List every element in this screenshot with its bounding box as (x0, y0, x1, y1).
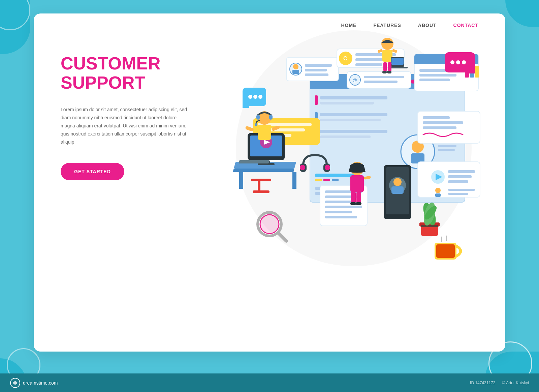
svg-rect-3 (320, 96, 387, 99)
svg-rect-23 (323, 179, 330, 181)
svg-rect-6 (320, 119, 381, 121)
svg-rect-35 (475, 66, 479, 78)
svg-point-52 (293, 64, 298, 69)
svg-rect-4 (320, 102, 374, 104)
svg-rect-40 (418, 162, 480, 197)
svg-point-87 (450, 60, 454, 64)
svg-line-128 (279, 233, 286, 241)
svg-rect-7 (320, 130, 387, 133)
svg-rect-120 (258, 181, 260, 191)
svg-point-46 (435, 188, 441, 193)
svg-rect-121 (253, 190, 270, 193)
svg-point-79 (258, 95, 262, 99)
svg-rect-55 (305, 69, 327, 71)
svg-rect-86 (468, 68, 475, 73)
svg-point-78 (253, 95, 257, 99)
svg-rect-113 (256, 115, 260, 120)
svg-text:C: C (343, 56, 347, 61)
svg-rect-138 (356, 191, 361, 203)
svg-rect-99 (382, 71, 387, 73)
deco-top-right (505, 0, 539, 27)
svg-rect-148 (436, 244, 455, 258)
nav-about[interactable]: ABOUT (418, 23, 437, 28)
svg-point-77 (248, 95, 252, 99)
svg-rect-104 (292, 172, 296, 189)
get-started-button[interactable]: GET STARTED (61, 163, 124, 180)
svg-point-88 (456, 60, 460, 64)
svg-rect-133 (391, 186, 404, 194)
svg-rect-47 (435, 193, 441, 197)
svg-rect-54 (305, 64, 332, 67)
svg-point-90 (381, 38, 393, 50)
svg-rect-49 (448, 193, 468, 195)
svg-rect-67 (364, 81, 398, 83)
svg-rect-8 (320, 135, 371, 138)
svg-rect-100 (387, 71, 391, 73)
svg-rect-98 (388, 62, 391, 72)
svg-rect-53 (292, 70, 299, 74)
hero-description: Lorem ipsum dolor sit amet, consectetuer… (61, 106, 189, 146)
svg-rect-19 (438, 145, 456, 147)
nav-home[interactable]: HOME (341, 23, 356, 28)
svg-point-132 (393, 178, 402, 186)
svg-rect-56 (305, 73, 328, 76)
nav-features[interactable]: FEATURES (373, 23, 401, 28)
svg-rect-119 (251, 179, 271, 181)
svg-rect-116 (258, 125, 271, 140)
illustration: C @ (216, 30, 499, 300)
svg-rect-44 (448, 175, 472, 178)
svg-rect-114 (269, 115, 273, 120)
svg-rect-5 (320, 113, 387, 116)
svg-point-124 (300, 165, 305, 170)
svg-rect-39 (423, 126, 456, 129)
svg-rect-43 (448, 170, 475, 173)
svg-rect-137 (351, 191, 356, 203)
hero-title: CUSTOMER SUPPORT (61, 54, 189, 92)
svg-rect-22 (315, 179, 322, 181)
svg-rect-143 (421, 225, 438, 227)
svg-rect-102 (233, 169, 294, 172)
svg-rect-140 (356, 202, 361, 205)
main-card: HOME FEATURES ABOUT CONTACT CUSTOMER SUP… (34, 13, 505, 352)
svg-rect-139 (350, 202, 356, 205)
svg-rect-37 (423, 116, 450, 119)
svg-point-127 (260, 215, 279, 234)
svg-rect-24 (332, 179, 339, 181)
photo-author: © Artur Kutskyi (502, 381, 529, 385)
svg-rect-96 (389, 67, 408, 68)
svg-rect-32 (419, 79, 450, 81)
svg-point-125 (325, 165, 330, 170)
svg-rect-74 (325, 216, 357, 218)
svg-rect-111 (239, 160, 270, 163)
svg-rect-20 (438, 149, 455, 151)
hero-content: CUSTOMER SUPPORT Lorem ipsum dolor sit a… (61, 54, 189, 180)
svg-rect-95 (391, 58, 404, 65)
dreamstime-logo (10, 378, 20, 388)
svg-rect-73 (325, 211, 352, 213)
svg-rect-97 (383, 62, 387, 72)
svg-rect-38 (423, 121, 463, 124)
svg-rect-31 (419, 74, 456, 77)
svg-rect-103 (239, 172, 243, 189)
svg-rect-76 (243, 103, 249, 108)
svg-rect-45 (448, 180, 468, 183)
nav-contact[interactable]: CONTACT (453, 23, 478, 28)
svg-point-115 (255, 123, 257, 126)
photo-id: ID 147431172 (470, 381, 495, 385)
svg-rect-72 (325, 206, 362, 208)
svg-rect-66 (364, 76, 404, 78)
svg-rect-62 (355, 63, 382, 66)
watermark-text: dreamstime.com (23, 380, 58, 386)
svg-rect-48 (448, 189, 475, 191)
svg-rect-135 (350, 175, 364, 192)
svg-rect-9 (315, 95, 318, 105)
svg-text:@: @ (353, 78, 357, 83)
svg-point-89 (462, 60, 466, 64)
